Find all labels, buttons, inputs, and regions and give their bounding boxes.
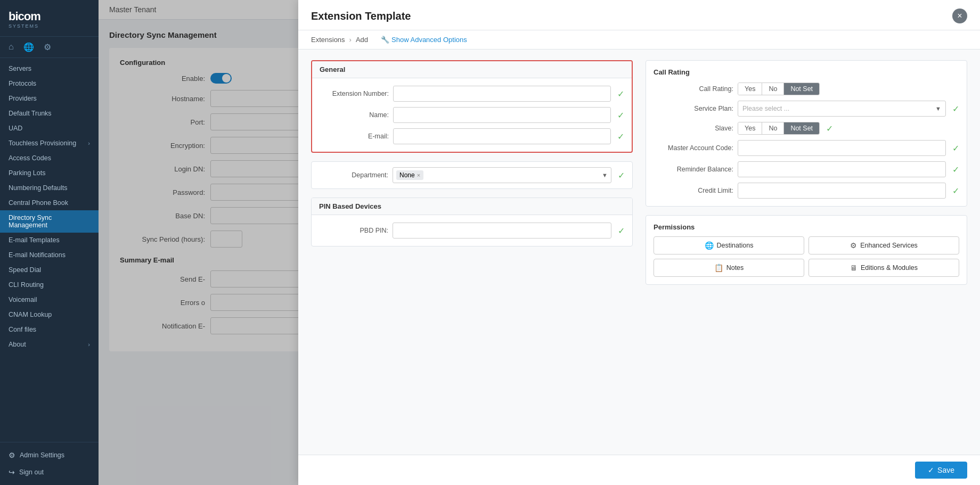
save-check-icon: ✓: [928, 466, 934, 474]
ext-number-check-icon: ✓: [617, 89, 624, 99]
sidebar-item-providers[interactable]: Providers: [0, 91, 99, 106]
sidebar-item-access-codes[interactable]: Access Codes: [0, 151, 99, 166]
sidebar-item-uad[interactable]: UAD: [0, 121, 99, 136]
call-rating-no[interactable]: No: [762, 83, 784, 95]
department-dropdown-icon: ▼: [602, 172, 608, 178]
modal-left-col: General Extension Number: ✓ Name: ✓: [311, 60, 633, 285]
call-rating-yes[interactable]: Yes: [738, 83, 762, 95]
notes-button[interactable]: 📋 Notes: [654, 259, 804, 277]
globe-icon[interactable]: 🌐: [23, 42, 34, 52]
ext-number-label: Extension Number:: [320, 90, 389, 97]
show-advanced-link[interactable]: 🔧 Show Advanced Options: [381, 36, 467, 44]
sidebar-item-about[interactable]: About ›: [0, 337, 99, 352]
pbd-pin-row: PBD PIN: ✓: [319, 223, 625, 239]
credit-limit-check-icon: ✓: [952, 186, 959, 196]
slave-row: Slave: Yes No Not Set ✓: [654, 122, 959, 135]
sidebar-item-cli-routing[interactable]: CLI Routing: [0, 277, 99, 292]
wrench-icon: 🔧: [381, 36, 389, 44]
reminder-balance-input[interactable]: [738, 161, 946, 177]
service-plan-select[interactable]: Please select ... ▼: [738, 101, 946, 117]
name-input[interactable]: [393, 107, 611, 123]
credit-limit-row: Credit Limit: ✓: [654, 183, 959, 199]
pin-section-body: PBD PIN: ✓: [312, 215, 632, 246]
department-tag-remove[interactable]: ×: [417, 172, 420, 178]
master-account-label: Master Account Code:: [654, 144, 733, 152]
breadcrumb-extensions[interactable]: Extensions: [311, 36, 345, 44]
department-select[interactable]: None × ▼: [393, 167, 611, 183]
modal-breadcrumb: Extensions › Add 🔧 Show Advanced Options: [298, 30, 980, 50]
modal-header: Extension Template ×: [298, 0, 980, 30]
email-input[interactable]: [393, 128, 611, 144]
modal-title: Extension Template: [311, 10, 411, 22]
admin-settings-button[interactable]: ⚙ Admin Settings: [0, 447, 99, 464]
sidebar-item-directory-sync[interactable]: Directory Sync Management: [0, 210, 99, 233]
home-icon[interactable]: ⌂: [9, 42, 14, 52]
logo-text: bicom: [9, 10, 90, 23]
slave-notset[interactable]: Not Set: [784, 122, 819, 134]
pbd-pin-check-icon: ✓: [618, 226, 625, 236]
ext-number-row: Extension Number: ✓: [320, 86, 624, 102]
slave-no[interactable]: No: [762, 122, 784, 134]
ext-number-input[interactable]: [393, 86, 611, 102]
modal-body: General Extension Number: ✓ Name: ✓: [298, 50, 980, 455]
general-section-header: General: [312, 61, 632, 78]
modal-footer: ✓ Save: [298, 455, 980, 485]
gear-icon[interactable]: ⚙: [44, 42, 51, 52]
slave-label: Slave:: [654, 125, 733, 132]
sidebar: bicom SYSTEMS ⌂ 🌐 ⚙ Servers Protocols Pr…: [0, 0, 99, 485]
master-account-input[interactable]: [738, 140, 946, 156]
credit-limit-input[interactable]: [738, 183, 946, 199]
sidebar-nav: Servers Protocols Providers Default Trun…: [0, 58, 99, 442]
reminder-balance-check-icon: ✓: [952, 165, 959, 175]
call-rating-section: Call Rating Call Rating: Yes No Not Set: [646, 60, 967, 207]
monitor-perm-icon: 🖥: [850, 264, 858, 272]
department-row: Department: None × ▼ ✓: [319, 167, 625, 183]
modal-two-col: General Extension Number: ✓ Name: ✓: [311, 60, 967, 285]
sidebar-item-touchless-provisioning[interactable]: Touchless Provisioning ›: [0, 136, 99, 151]
sidebar-item-default-trunks[interactable]: Default Trunks: [0, 106, 99, 121]
sidebar-item-email-notifications[interactable]: E-mail Notifications: [0, 248, 99, 262]
call-rating-notset[interactable]: Not Set: [784, 83, 819, 95]
sidebar-item-cnam-lookup[interactable]: CNAM Lookup: [0, 307, 99, 322]
reminder-balance-row: Reminder Balance: ✓: [654, 161, 959, 177]
general-section: General Extension Number: ✓ Name: ✓: [311, 60, 633, 153]
sidebar-item-central-phone-book[interactable]: Central Phone Book: [0, 195, 99, 210]
permissions-section: Permissions 🌐 Destinations ⚙ Enhanced Se…: [646, 215, 967, 285]
enhanced-services-button[interactable]: ⚙ Enhanced Services: [808, 236, 959, 254]
save-button[interactable]: ✓ Save: [915, 462, 967, 479]
pbd-pin-input[interactable]: [393, 223, 611, 239]
chevron-right-icon: ›: [88, 140, 90, 146]
general-section-body: Extension Number: ✓ Name: ✓ E-mail:: [312, 78, 632, 152]
sidebar-logo: bicom SYSTEMS: [0, 0, 99, 37]
sidebar-item-protocols[interactable]: Protocols: [0, 76, 99, 91]
editions-modules-button[interactable]: 🖥 Editions & Modules: [808, 259, 959, 277]
email-row: E-mail: ✓: [320, 128, 624, 144]
sidebar-item-speed-dial[interactable]: Speed Dial: [0, 262, 99, 277]
settings-perm-icon: ⚙: [850, 241, 857, 250]
name-check-icon: ✓: [617, 110, 624, 120]
slave-radio-group: Yes No Not Set: [738, 122, 820, 135]
destinations-button[interactable]: 🌐 Destinations: [654, 236, 804, 254]
permissions-header: Permissions: [654, 223, 959, 231]
pin-section: PIN Based Devices PBD PIN: ✓: [311, 198, 633, 246]
sidebar-icon-bar: ⌂ 🌐 ⚙: [0, 37, 99, 58]
sidebar-item-servers[interactable]: Servers: [0, 61, 99, 76]
sidebar-item-parking-lots[interactable]: Parking Lots: [0, 166, 99, 180]
service-plan-arrow-icon: ▼: [935, 105, 941, 112]
pin-section-header: PIN Based Devices: [312, 198, 632, 215]
sign-out-button[interactable]: ↪ Sign out: [0, 464, 99, 481]
reminder-balance-label: Reminder Balance:: [654, 166, 733, 173]
slave-yes[interactable]: Yes: [738, 122, 762, 134]
sidebar-item-voicemail[interactable]: Voicemail: [0, 292, 99, 307]
sign-out-icon: ↪: [9, 468, 15, 476]
sidebar-item-email-templates[interactable]: E-mail Templates: [0, 233, 99, 248]
modal-close-button[interactable]: ×: [952, 9, 967, 23]
sidebar-item-numbering-defaults[interactable]: Numbering Defaults: [0, 180, 99, 195]
admin-settings-icon: ⚙: [9, 451, 15, 459]
pbd-pin-label: PBD PIN:: [319, 227, 388, 234]
logo-sub: SYSTEMS: [9, 23, 90, 29]
notes-perm-icon: 📋: [714, 264, 723, 272]
sidebar-item-conf-files[interactable]: Conf files: [0, 322, 99, 337]
department-tag: None ×: [396, 170, 423, 180]
department-check-icon: ✓: [618, 170, 625, 180]
